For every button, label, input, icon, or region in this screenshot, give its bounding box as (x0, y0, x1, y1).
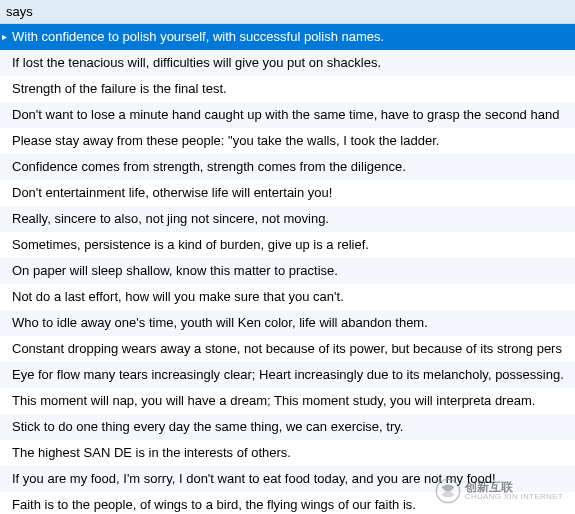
table-row[interactable]: This moment will nap, you will have a dr… (0, 388, 575, 414)
table-row[interactable]: Who to idle away one's time, youth will … (0, 310, 575, 336)
table-row[interactable]: Not do a last effort, how will you make … (0, 284, 575, 310)
table-row[interactable]: Stick to do one thing every day the same… (0, 414, 575, 440)
table-row[interactable]: The highest SAN DE is in the interests o… (0, 440, 575, 466)
table-row[interactable]: Please stay away from these people: "you… (0, 128, 575, 154)
table-row[interactable]: If you are my food, I'm sorry, I don't w… (0, 466, 575, 492)
table-row[interactable]: With confidence to polish yourself, with… (0, 24, 575, 50)
table-row[interactable]: Strength of the failure is the final tes… (0, 76, 575, 102)
table-row[interactable]: Eye for flow many tears increasingly cle… (0, 362, 575, 388)
table-row[interactable]: Sometimes, persistence is a kind of burd… (0, 232, 575, 258)
column-header-says[interactable]: says (0, 0, 575, 24)
data-grid[interactable]: says With confidence to polish yourself,… (0, 0, 575, 514)
table-row[interactable]: Constant dropping wears away a stone, no… (0, 336, 575, 362)
table-row[interactable]: Faith is to the people, of wings to a bi… (0, 492, 575, 514)
table-row[interactable]: Don't entertainment life, otherwise life… (0, 180, 575, 206)
table-row[interactable]: If lost the tenacious will, difficulties… (0, 50, 575, 76)
table-row[interactable]: Really, sincere to also, not jing not si… (0, 206, 575, 232)
table-row[interactable]: On paper will sleep shallow, know this m… (0, 258, 575, 284)
table-row[interactable]: Don't want to lose a minute hand caught … (0, 102, 575, 128)
table-row[interactable]: Confidence comes from strength, strength… (0, 154, 575, 180)
